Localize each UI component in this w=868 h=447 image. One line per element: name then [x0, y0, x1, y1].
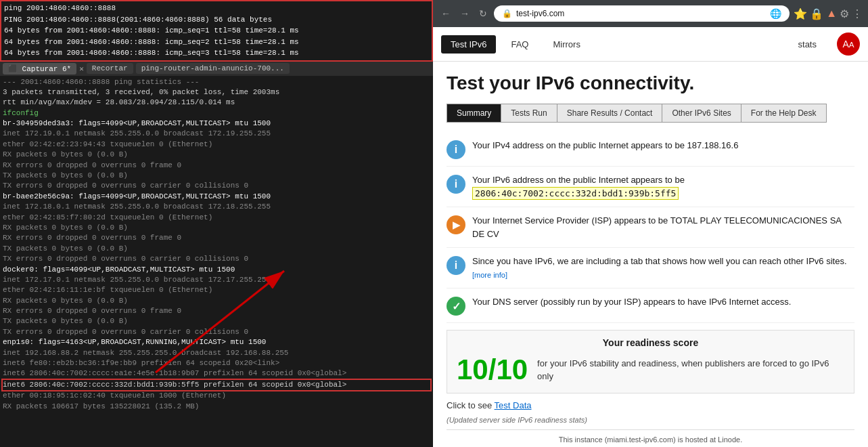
- readiness-score-row: 10/10 for your IPv6 stability and readin…: [457, 354, 844, 386]
- security-lock-icon: 🔒: [502, 9, 512, 18]
- iface-docker0-rxerr: RX errors 0 dropped 0 overruns 0 frame 0: [3, 306, 430, 316]
- ping-line-3: 64 bytes from 2001:4860:4860::8888: icmp…: [4, 25, 429, 37]
- iface-enp1s0-inet6-fe80: inet6 fe80::eb2b:bc36:1f9e:bb9 prefixlen…: [3, 358, 430, 368]
- tab-share-results[interactable]: Share Results / Contact: [557, 104, 663, 122]
- info-icon-ipv4: i: [447, 140, 465, 159]
- terminal-tabs-bar: ⬛ Capturar 6* ✕ Recortar ping-router-adm…: [0, 62, 433, 76]
- forward-button[interactable]: →: [457, 7, 472, 20]
- ifconfig-cmd: ifconfig: [3, 108, 430, 119]
- menu-dots-icon[interactable]: ⋮: [852, 7, 863, 20]
- readiness-box: Your readiness score 10/10 for your IPv6…: [447, 330, 854, 393]
- browser-toolbar: ← → ↻ 🔒 test-ipv6.com 🌐 ⭐ 🔒 ▲ ⚙ ⋮: [433, 0, 868, 27]
- iface-br1-inet: inet 172.18.0.1 netmask 255.255.0.0 broa…: [3, 202, 430, 212]
- iface-enp1s0-rx: RX packets 106617 bytes 135228021 (135.2…: [3, 402, 430, 412]
- ext-icon-4[interactable]: ⚙: [840, 7, 849, 20]
- more-info-link[interactable]: [more info]: [472, 271, 507, 279]
- tab-tests-run[interactable]: Tests Run: [501, 104, 557, 122]
- terminal-tab-ping[interactable]: ping-router-admin-anuncio-700...: [136, 63, 290, 74]
- ping-line-5: 64 bytes from 2001:4860:4860::8888: icmp…: [4, 47, 429, 59]
- iface-br0-txerr: TX errors 0 dropped 0 overruns 0 carrier…: [3, 181, 430, 191]
- info-icon-isp: ▶: [447, 215, 465, 234]
- footer-instance: This instance (miami.test-ipv6.com) is h…: [447, 435, 854, 444]
- terminal-tab-capture[interactable]: ⬛ Capturar 6*: [3, 63, 76, 74]
- iface-br1-rx: RX packets 0 bytes 0 (0.0 B): [3, 223, 430, 233]
- tab-other-ipv6[interactable]: Other IPv6 Sites: [662, 104, 741, 122]
- nav-test-ipv6[interactable]: Test IPv6: [441, 35, 496, 54]
- iface-docker0-rx: RX packets 0 bytes 0 (0.0 B): [3, 296, 430, 306]
- iface-br1: br-baee2be56c9a: flags=4099<UP,BROADCAST…: [3, 192, 430, 202]
- terminal-tab-close-btn[interactable]: ✕: [79, 64, 84, 73]
- iface-docker0-ether: ether 02:42:16:11:1e:bf txqueuelen 0 (Et…: [3, 285, 430, 295]
- iface-enp1s0-ether: ether 00:18:95:1c:02:40 txqueuelen 1000 …: [3, 391, 430, 401]
- nav-mirrors[interactable]: Mirrors: [543, 35, 589, 54]
- terminal-main-content: --- 2001:4860:4860::8888 ping statistics…: [0, 76, 433, 448]
- ext-icon-2[interactable]: 🔒: [810, 7, 823, 20]
- stats-line-1: --- 2001:4860:4860::8888 ping statistics…: [3, 77, 430, 87]
- test-data-label: Click to see: [447, 400, 492, 410]
- site-footer-area: This instance (miami.test-ipv6.com) is h…: [447, 429, 854, 447]
- translate-icon: 🌐: [770, 8, 781, 19]
- site-main-content: Test your IPv6 connectivity. Summary Tes…: [433, 62, 868, 447]
- info-card-ipv6: i Your IPv6 address on the public Intern…: [447, 167, 854, 207]
- info-text-dns: Your DNS server (possibly run by your IS…: [472, 295, 791, 309]
- ipv6-address: 2806:40c:7002:cccc:332d:bdd1:939b:5ff5: [472, 187, 679, 200]
- ping-line-1: ping 2001:4860:4860::8888: [4, 3, 429, 14]
- info-icon-ipv6: i: [447, 175, 465, 194]
- info-text-tabs: Since you have IPv6, we are including a …: [472, 255, 854, 281]
- iface-br0-inet: inet 172.19.0.1 netmask 255.255.0.0 broa…: [3, 129, 430, 139]
- test-data-section: Click to see Test Data: [447, 400, 854, 410]
- tab-help-desk[interactable]: For the Help Desk: [741, 104, 826, 122]
- terminal-panel: ping 2001:4860:4860::8888 PING 2001:4860…: [0, 0, 433, 447]
- browser-panel: ← → ↻ 🔒 test-ipv6.com 🌐 ⭐ 🔒 ▲ ⚙ ⋮ Test I…: [433, 0, 868, 447]
- terminal-tab-recortar[interactable]: Recortar: [87, 63, 133, 74]
- content-tabs-bar: Summary Tests Run Share Results / Contac…: [447, 104, 827, 123]
- readiness-score: 10/10: [457, 354, 528, 386]
- iface-br0-rxerr: RX errors 0 dropped 0 overruns 0 frame 0: [3, 161, 430, 171]
- back-button[interactable]: ←: [438, 7, 453, 20]
- iface-enp1s0-inet6-global1: inet6 2806:40c:7002:cccc:ea1e:4e5e:1b18:…: [3, 368, 430, 379]
- stats-line-2: 3 packets transmitted, 3 received, 0% pa…: [3, 87, 430, 98]
- reload-button[interactable]: ↻: [476, 7, 490, 20]
- info-icon-tabs: i: [447, 256, 465, 275]
- site-navigation: Test IPv6 FAQ Mirrors stats AA: [433, 27, 868, 62]
- nav-stats[interactable]: stats: [789, 35, 826, 54]
- iface-docker0-txerr: TX errors 0 dropped 0 overruns 0 carrier…: [3, 327, 430, 337]
- iface-docker0-tx: TX packets 0 bytes 0 (0.0 B): [3, 316, 430, 326]
- iface-br0-tx: TX packets 0 bytes 0 (0.0 B): [3, 171, 430, 181]
- nav-faq[interactable]: FAQ: [501, 35, 538, 54]
- info-card-ipv4: i Your IPv4 address on the public Intern…: [447, 132, 854, 167]
- test-data-link[interactable]: Test Data: [495, 400, 532, 410]
- iface-br0: br-304959ded3a3: flags=4099<UP,BROADCAST…: [3, 119, 430, 129]
- ping-line-2: PING 2001:4860:4860::8888(2001:4860:4860…: [4, 14, 429, 26]
- translate-button[interactable]: AA: [837, 33, 860, 56]
- address-bar[interactable]: 🔒 test-ipv6.com 🌐: [494, 5, 790, 22]
- info-card-dns: ✓ Your DNS server (possibly run by your …: [447, 289, 854, 323]
- iface-br1-txerr: TX errors 0 dropped 0 overruns 0 carrier…: [3, 254, 430, 264]
- ext-icon-1[interactable]: ⭐: [794, 7, 807, 20]
- updated-note: (Updated server side IPv6 readiness stat…: [447, 416, 854, 424]
- iface-br0-ether: ether 02:42:e2:23:94:43 txqueuelen 0 (Et…: [3, 140, 430, 150]
- iface-docker0-inet: inet 172.17.0.1 netmask 255.255.0.0 broa…: [3, 275, 430, 285]
- iface-enp1s0-inet: inet 192.168.88.2 netmask 255.255.255.0 …: [3, 348, 430, 358]
- iface-br0-rx: RX packets 0 bytes 0 (0.0 B): [3, 150, 430, 160]
- readiness-description: for your IPv6 stability and readiness, w…: [537, 357, 844, 383]
- tabs-info-text: Since you have IPv6, we are including a …: [472, 256, 847, 266]
- info-card-isp: ▶ Your Internet Service Provider (ISP) a…: [447, 207, 854, 248]
- iface-br1-tx: TX packets 0 bytes 0 (0.0 B): [3, 244, 430, 254]
- iface-enp1s0-inet6-global2: inet6 2806:40c:7002:cccc:332d:bdd1:939b:…: [3, 380, 430, 390]
- page-title: Test your IPv6 connectivity.: [447, 72, 854, 94]
- ext-icon-3[interactable]: ▲: [826, 7, 837, 20]
- extension-icons: ⭐ 🔒 ▲ ⚙ ⋮: [794, 7, 863, 20]
- info-card-tabs: i Since you have IPv6, we are including …: [447, 248, 854, 289]
- tab-summary[interactable]: Summary: [447, 104, 501, 122]
- iface-enp1s0: enp1s0: flags=4163<UP,BROADCAST,RUNNING,…: [3, 337, 430, 347]
- readiness-title: Your readiness score: [457, 337, 844, 348]
- info-text-ipv4: Your IPv4 address on the public Internet…: [472, 139, 738, 152]
- iface-br1-ether: ether 02:42:85:f7:80:2d txqueuelen 0 (Et…: [3, 213, 430, 223]
- ping-line-4: 64 bytes from 2001:4860:4860::8888: icmp…: [4, 37, 429, 48]
- stats-line-3: rtt min/avg/max/mdev = 28.083/28.094/28.…: [3, 98, 430, 108]
- info-icon-dns: ✓: [447, 297, 465, 316]
- iface-docker0: docker0: flags=4099<UP,BROADCAST,MULTICA…: [3, 265, 430, 275]
- info-text-isp: Your Internet Service Provider (ISP) app…: [472, 214, 854, 240]
- info-text-ipv6: Your IPv6 address on the public Internet…: [472, 173, 685, 200]
